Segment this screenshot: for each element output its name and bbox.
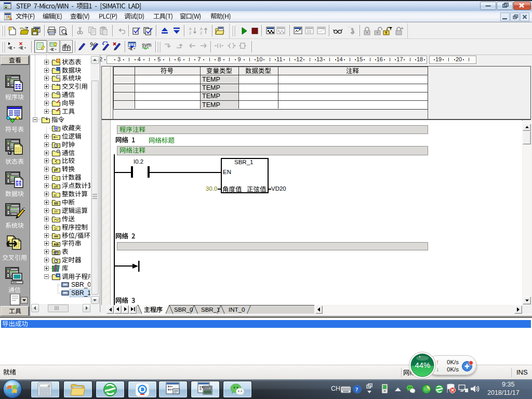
svg-text:?: ? bbox=[355, 386, 358, 392]
svg-text:sym: sym bbox=[142, 42, 151, 48]
svg-text:T: T bbox=[385, 31, 388, 35]
svg-text:44%: 44% bbox=[415, 361, 431, 369]
svg-text:Z: Z bbox=[189, 31, 192, 35]
svg-text:A: A bbox=[200, 27, 203, 31]
svg-text:Z: Z bbox=[200, 31, 203, 35]
svg-text:A: A bbox=[189, 27, 192, 31]
